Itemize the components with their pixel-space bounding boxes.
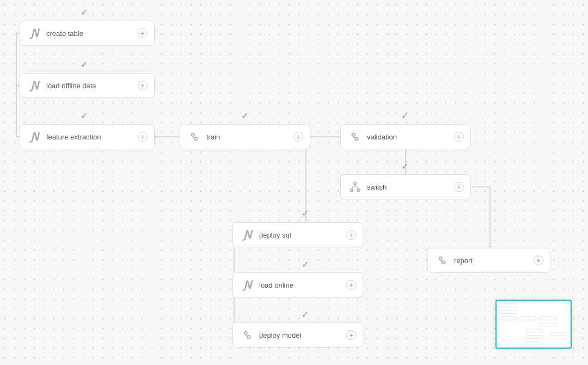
m-icon-load-offline: Ɲ bbox=[27, 78, 42, 93]
add-create-table[interactable]: + bbox=[138, 28, 148, 38]
add-switch[interactable]: + bbox=[454, 182, 464, 192]
svg-point-23 bbox=[244, 332, 248, 335]
add-train[interactable]: + bbox=[293, 132, 303, 142]
check-switch: ✓ bbox=[401, 161, 408, 172]
label-train: train bbox=[206, 133, 293, 141]
label-deploy-sql: deploy sql bbox=[259, 231, 346, 239]
py-icon-validation bbox=[347, 129, 363, 144]
label-load-offline-data: load offline data bbox=[46, 82, 138, 90]
m-icon-load-online: Ɲ bbox=[240, 277, 255, 293]
node-deploy-sql[interactable]: Ɲ deploy sql + bbox=[232, 222, 363, 247]
py-icon-train bbox=[187, 129, 202, 144]
svg-line-21 bbox=[352, 185, 355, 189]
node-feature-extraction[interactable]: Ɲ feature extraction + bbox=[20, 124, 155, 149]
node-deploy-model[interactable]: deploy model + bbox=[232, 323, 363, 348]
add-load-online[interactable]: + bbox=[346, 280, 356, 290]
m-icon-deploy-sql: Ɲ bbox=[240, 227, 255, 242]
svg-rect-31 bbox=[540, 317, 556, 320]
svg-point-16 bbox=[352, 133, 356, 137]
svg-rect-36 bbox=[550, 332, 566, 336]
label-report: report bbox=[454, 257, 534, 265]
m-icon-create-table: Ɲ bbox=[27, 26, 42, 41]
minimap-svg bbox=[497, 301, 571, 348]
svg-rect-27 bbox=[499, 304, 516, 307]
svg-rect-30 bbox=[519, 317, 536, 320]
check-load-offline: ✓ bbox=[81, 59, 88, 70]
svg-point-20 bbox=[357, 189, 360, 192]
check-feature-extraction: ✓ bbox=[81, 111, 88, 121]
workflow-canvas: ✓ ✓ ✓ ✓ ✓ ✓ ✓ ✓ ✓ Ɲ create table + Ɲ loa… bbox=[0, 0, 588, 365]
svg-rect-32 bbox=[540, 323, 556, 326]
add-validation[interactable]: + bbox=[454, 132, 464, 142]
label-validation: validation bbox=[367, 133, 454, 141]
svg-rect-28 bbox=[499, 311, 516, 314]
svg-rect-35 bbox=[526, 342, 542, 345]
node-create-table[interactable]: Ɲ create table + bbox=[20, 21, 155, 46]
label-feature-extraction: feature extraction bbox=[46, 133, 138, 141]
py-icon-deploy-model bbox=[240, 327, 255, 343]
svg-point-14 bbox=[192, 133, 195, 137]
node-load-offline-data[interactable]: Ɲ load offline data + bbox=[20, 73, 155, 98]
label-deploy-model: deploy model bbox=[259, 331, 346, 339]
check-deploy-model: ✓ bbox=[302, 309, 309, 320]
node-load-online[interactable]: Ɲ load online + bbox=[232, 272, 363, 297]
svg-rect-33 bbox=[526, 329, 542, 332]
check-train: ✓ bbox=[241, 111, 248, 121]
py-icon-report bbox=[434, 253, 450, 268]
node-train[interactable]: train + bbox=[180, 124, 310, 149]
node-switch[interactable]: switch + bbox=[340, 174, 471, 199]
check-load-online: ✓ bbox=[302, 259, 309, 270]
svg-point-25 bbox=[439, 257, 443, 260]
svg-point-18 bbox=[354, 182, 357, 185]
minimap[interactable] bbox=[495, 300, 572, 349]
svg-line-22 bbox=[355, 185, 358, 189]
check-validation: ✓ bbox=[401, 111, 408, 121]
svg-rect-29 bbox=[499, 317, 516, 320]
check-deploy-sql: ✓ bbox=[302, 208, 309, 218]
m-icon-feature-extraction: Ɲ bbox=[27, 129, 42, 144]
add-load-offline-data[interactable]: + bbox=[138, 81, 148, 90]
branch-icon-switch bbox=[347, 179, 363, 194]
node-validation[interactable]: validation + bbox=[340, 124, 471, 149]
label-create-table: create table bbox=[46, 29, 138, 38]
add-deploy-sql[interactable]: + bbox=[346, 230, 356, 240]
add-report[interactable]: + bbox=[534, 256, 543, 265]
label-load-online: load online bbox=[259, 281, 346, 289]
svg-rect-34 bbox=[526, 336, 542, 339]
add-deploy-model[interactable]: + bbox=[346, 330, 356, 340]
add-feature-extraction[interactable]: + bbox=[138, 132, 148, 142]
check-create-table: ✓ bbox=[81, 7, 88, 17]
svg-point-19 bbox=[350, 189, 353, 192]
label-switch: switch bbox=[367, 183, 454, 191]
node-report[interactable]: report + bbox=[427, 248, 550, 273]
